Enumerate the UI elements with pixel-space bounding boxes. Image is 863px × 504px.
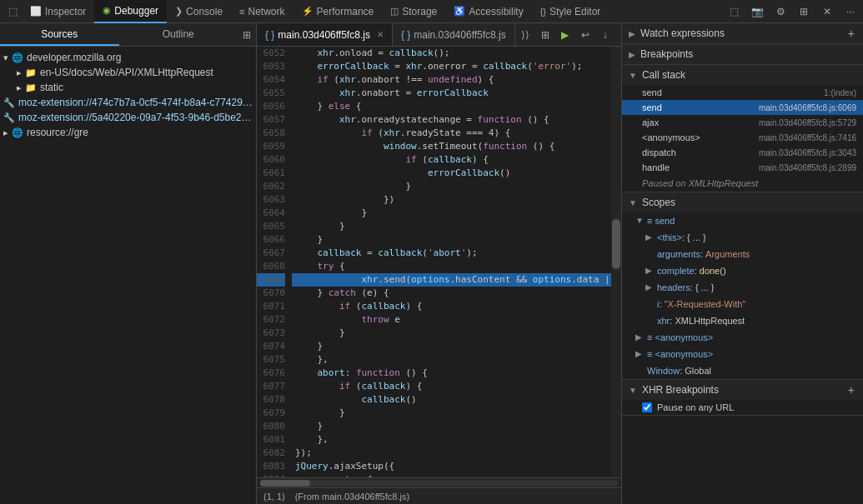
tree-item-xmlhttprequest[interactable]: ▸ 📁 en-US/docs/Web/API/XMLHttpRequest: [0, 65, 256, 80]
xhr-breakpoints-section: ▼ XHR Breakpoints + Pause on any URL: [622, 380, 863, 416]
toolbar: ⬚ ⬜ Inspector ◉ Debugger ❯ Console ≡ Net…: [0, 0, 863, 23]
left-panel-tabs: Sources Outline ⊞: [0, 23, 256, 47]
tab-console[interactable]: ❯ Console: [167, 0, 231, 23]
call-stack-item-dispatch[interactable]: dispatch main.03d406ff5fc8.js:3043: [622, 145, 863, 160]
tab-storage[interactable]: ◫ Storage: [382, 0, 445, 23]
inspector-icon: ⬜: [30, 6, 42, 17]
breakpoints-section: ▶ Breakpoints: [622, 44, 863, 65]
add-xhr-bp-btn[interactable]: +: [846, 383, 856, 397]
pick-element-icon[interactable]: ⬚: [725, 2, 743, 21]
scopes-header[interactable]: ▼ Scopes: [622, 192, 863, 212]
debugger-step-in-btn[interactable]: ↓: [595, 23, 615, 47]
debugger-icon: ◉: [103, 5, 111, 16]
screenshot-icon[interactable]: 📷: [748, 2, 766, 21]
hscroll-thumb[interactable]: [260, 480, 310, 487]
horizontal-scrollbar[interactable]: [257, 477, 621, 487]
code-editor: 6052605360546055605660576058605960606061…: [257, 47, 621, 477]
vscroll-thumb[interactable]: [612, 219, 620, 269]
split-editor-icon[interactable]: ⊞: [535, 23, 555, 47]
responsive-design-icon[interactable]: ⬚: [3, 2, 22, 21]
close-tab-1-icon[interactable]: ✕: [377, 30, 384, 39]
call-stack-item-ajax[interactable]: ajax main.03d406ff5fc8.js:5729: [622, 115, 863, 130]
debugger-play-btn[interactable]: ▶: [555, 23, 575, 47]
call-stack-header[interactable]: ▼ Call stack: [622, 65, 863, 85]
watch-expressions-header[interactable]: ▶ Watch expressions +: [622, 23, 863, 43]
accessibility-icon: ♿: [454, 6, 465, 17]
scope-send[interactable]: ▼ ≡ send: [622, 212, 863, 229]
tree-item-moz-ext-2[interactable]: 🔧 moz-extension://5a40220e-09a7-4f53-9b4…: [0, 110, 256, 125]
paused-message: Paused on XMLHttpRequest: [622, 175, 863, 192]
tab-outline[interactable]: Outline: [119, 23, 238, 46]
scopes-body: ▼ ≡ send ▶ <this> : { ... } arguments : …: [622, 212, 863, 379]
scope-i[interactable]: i : "X-Requested-With": [622, 296, 863, 312]
vertical-scrollbar[interactable]: [611, 47, 621, 477]
main-layout: Sources Outline ⊞ ▾ 🌐 developer.mozilla.…: [0, 23, 863, 504]
breakpoints-header[interactable]: ▶ Breakpoints: [622, 44, 863, 64]
xhr-bp-pause-any: Pause on any URL: [622, 400, 863, 415]
xhr-bp-chevron-icon: ▼: [629, 386, 637, 395]
center-panel: { } main.03d406ff5fc8.js ✕ { } main.03d4…: [257, 23, 621, 504]
network-icon: ≡: [239, 7, 244, 17]
scope-complete[interactable]: ▶ complete : done(): [622, 262, 863, 279]
xhr-breakpoints-body: Pause on any URL: [622, 400, 863, 415]
style-editor-icon: {}: [540, 7, 546, 17]
tree-item-resource-gre[interactable]: ▸ 🌐 resource://gre: [0, 125, 256, 140]
debugger-step-over-btn[interactable]: ↩: [575, 23, 595, 47]
debugger-step-out-btn[interactable]: ↑: [615, 23, 621, 47]
scope-anon-1[interactable]: ▶ ≡ <anonymous>: [622, 329, 863, 346]
call-stack-section: ▼ Call stack send 1:(index) send main.03…: [622, 65, 863, 192]
scope-headers[interactable]: ▶ headers : { ... }: [622, 279, 863, 296]
scopes-section: ▼ Scopes ▼ ≡ send ▶ <this> : { ... }: [622, 192, 863, 380]
status-bar: (1, 1) (From main.03d406ff5fc8.js): [257, 487, 621, 504]
code-tab-actions: ⟩⟩ ⊞ ▶ ↩ ↓ ↑ ⚙: [515, 23, 621, 47]
scope-xhr[interactable]: xhr : XMLHttpRequest: [622, 312, 863, 329]
call-stack-item-handle[interactable]: handle main.03d406ff5fc8.js:2899: [622, 160, 863, 175]
scope-window[interactable]: Window : Global: [622, 362, 863, 379]
tab-style-editor[interactable]: {} Style Editor: [532, 0, 610, 23]
tab-overflow-icon[interactable]: ⟩⟩: [515, 23, 535, 47]
split-icon[interactable]: ⊞: [795, 2, 813, 21]
console-icon: ❯: [175, 6, 183, 17]
scope-arguments[interactable]: arguments : Arguments: [622, 246, 863, 262]
cs-chevron-icon: ▼: [629, 71, 637, 80]
tab-performance[interactable]: ⚡ Performance: [294, 0, 383, 23]
add-watch-btn[interactable]: +: [846, 27, 856, 40]
toolbar-right: ⬚ 📷 ⚙ ⊞ ✕ ···: [725, 2, 860, 21]
performance-icon: ⚡: [302, 6, 314, 17]
tab-inspector[interactable]: ⬜ Inspector: [22, 0, 94, 23]
call-stack-item-send-index[interactable]: send 1:(index): [622, 85, 863, 100]
xhr-bp-checkbox[interactable]: [642, 402, 652, 412]
storage-icon: ◫: [390, 6, 399, 17]
tree-item-moz-ext-1[interactable]: 🔧 moz-extension://474c7b7a-0cf5-474f-b8a…: [0, 95, 256, 110]
close-devtools-icon[interactable]: ✕: [818, 2, 836, 21]
line-numbers: 6052605360546055605660576058605960606061…: [257, 47, 292, 477]
cursor-position: (1, 1): [263, 492, 285, 502]
watch-expressions-section: ▶ Watch expressions +: [622, 23, 863, 44]
hscroll-track[interactable]: [260, 480, 618, 487]
tree-item-mozilla[interactable]: ▾ 🌐 developer.mozilla.org: [0, 50, 256, 65]
tree-item-static[interactable]: ▸ 📁 static: [0, 80, 256, 95]
more-options-icon[interactable]: ···: [841, 2, 860, 21]
code-tab-2[interactable]: { } main.03d406ff5fc8.js: [393, 23, 515, 47]
scope-anon-2[interactable]: ▶ ≡ <anonymous>: [622, 346, 863, 362]
call-stack-body: send 1:(index) send main.03d406ff5fc8.js…: [622, 85, 863, 192]
tab-debugger[interactable]: ◉ Debugger: [94, 0, 167, 23]
watch-chevron-icon: ▶: [629, 29, 635, 38]
left-panel-expand-icon[interactable]: ⊞: [238, 23, 256, 46]
scopes-chevron-icon: ▼: [629, 198, 637, 207]
source-tree: ▾ 🌐 developer.mozilla.org ▸ 📁 en-US/docs…: [0, 47, 256, 504]
code-tab-1-icon: { }: [265, 29, 274, 41]
call-stack-item-anon-7416[interactable]: <anonymous> main.03d406ff5fc8.js:7416: [622, 130, 863, 145]
tab-network[interactable]: ≡ Network: [231, 0, 293, 23]
vscroll-track[interactable]: [611, 47, 621, 477]
scope-this[interactable]: ▶ <this> : { ... }: [622, 229, 863, 246]
call-stack-item-send-active[interactable]: send main.03d406ff5fc8.js:6069: [622, 100, 863, 115]
xhr-breakpoints-header[interactable]: ▼ XHR Breakpoints +: [622, 380, 863, 400]
tab-accessibility[interactable]: ♿ Accessibility: [445, 0, 531, 23]
code-content[interactable]: xhr.onload = callback(); errorCallback =…: [292, 47, 611, 477]
right-panel: ▶ Watch expressions + ▶ Breakpoints ▼ Ca…: [621, 23, 863, 504]
code-tab-2-icon: { }: [401, 29, 410, 41]
code-tab-1[interactable]: { } main.03d406ff5fc8.js ✕: [257, 23, 393, 47]
tab-sources[interactable]: Sources: [0, 23, 119, 46]
settings-icon[interactable]: ⚙: [771, 2, 790, 21]
